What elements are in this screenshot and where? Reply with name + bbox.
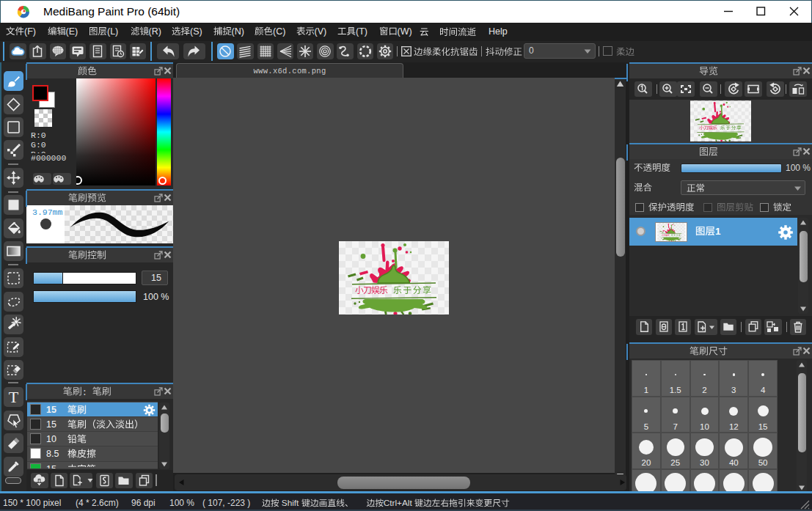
svg-text:T: T [8, 388, 18, 406]
